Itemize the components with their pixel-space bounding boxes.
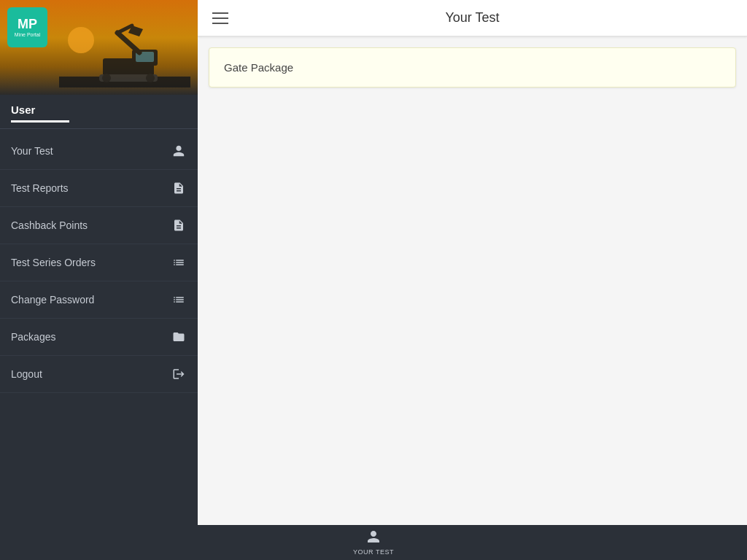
logout-icon [171,366,187,382]
svg-point-3 [102,74,111,82]
sidebar-item-packages[interactable]: Packages [0,319,198,356]
user-section: User [0,95,198,129]
svg-line-7 [117,33,139,52]
user-underline [11,120,69,122]
nav-menu: Your Test Test Reports Cashback Points T… [0,129,198,525]
sidebar-item-change-password[interactable]: Change Password [0,281,198,319]
sidebar-item-logout[interactable]: Logout [0,356,198,393]
excavator-illustration [59,22,190,88]
logo-text: MP Mine Portal [15,18,40,37]
user-icon [171,143,187,159]
sidebar-item-packages-label: Packages [11,331,171,343]
hamburger-menu[interactable] [212,12,228,24]
sidebar-item-your-test-label: Your Test [11,145,171,157]
sidebar-item-test-reports-label: Test Reports [11,182,171,194]
sidebar-item-your-test[interactable]: Your Test [0,133,198,170]
package-card-title: Gate Package [224,61,721,74]
sidebar-item-cashback-points[interactable]: Cashback Points [0,207,198,244]
report-icon [171,180,187,196]
sidebar-item-test-series-orders[interactable]: Test Series Orders [0,244,198,281]
sidebar-item-cashback-label: Cashback Points [11,219,171,231]
bottom-tab-your-test-label: YOUR TEST [353,548,394,556]
cashback-icon [171,217,187,233]
svg-point-4 [146,74,155,82]
sidebar-bg: MP Mine Portal [0,0,198,95]
folder-icon [171,329,187,345]
svg-point-9 [68,27,94,53]
user-label: User [11,104,187,116]
sidebar-item-logout-label: Logout [11,368,171,380]
sidebar-header: MP Mine Portal [0,0,198,95]
sidebar: MP Mine Portal User Your Test Test Repor… [0,0,198,525]
top-bar: Your Test [198,0,747,36]
main-content: Your Test Gate Package [198,0,747,525]
sidebar-item-test-reports[interactable]: Test Reports [0,170,198,207]
sidebar-item-change-password-label: Change Password [11,294,171,306]
bottom-bar: YOUR TEST [0,525,747,560]
bottom-tab-your-test[interactable]: YOUR TEST [0,525,747,560]
list-icon [171,254,187,271]
page-title: Your Test [445,10,499,26]
logo: MP Mine Portal [7,7,47,47]
content-area: Gate Package [198,36,747,525]
package-card: Gate Package [209,47,736,88]
change-password-icon [171,292,187,308]
sidebar-item-test-series-label: Test Series Orders [11,257,171,268]
bottom-tab-user-icon [366,529,381,547]
